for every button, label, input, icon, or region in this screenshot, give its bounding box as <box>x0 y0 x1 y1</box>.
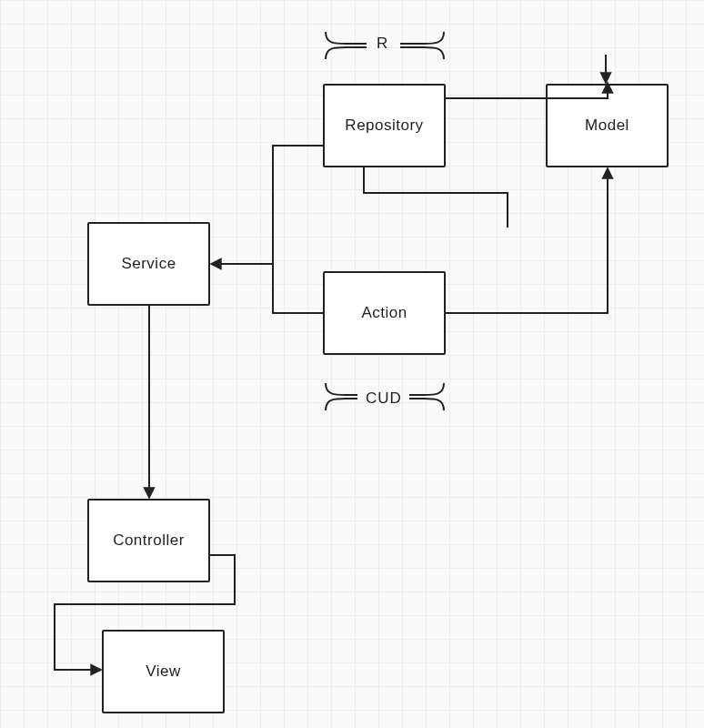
node-repository-label: Repository <box>345 116 423 135</box>
node-view-label: View <box>146 662 181 681</box>
node-controller-label: Controller <box>113 531 185 550</box>
node-view: View <box>102 630 225 713</box>
edge-repository-service <box>273 146 323 264</box>
node-service-label: Service <box>121 255 176 273</box>
node-repository: Repository <box>323 84 446 167</box>
edge-repository-down <box>364 167 508 228</box>
annotation-cud: CUD <box>366 389 402 408</box>
node-controller: Controller <box>87 499 210 582</box>
node-action: Action <box>323 271 446 355</box>
node-service: Service <box>87 222 210 306</box>
edge-action-model <box>446 169 608 313</box>
edge-action-service <box>212 264 323 313</box>
node-model-label: Model <box>585 116 629 135</box>
diagram-canvas: R Repository Model Service Action CUD Co… <box>0 0 704 728</box>
annotation-r: R <box>377 35 388 53</box>
node-action-label: Action <box>361 304 407 322</box>
node-model: Model <box>546 84 669 167</box>
